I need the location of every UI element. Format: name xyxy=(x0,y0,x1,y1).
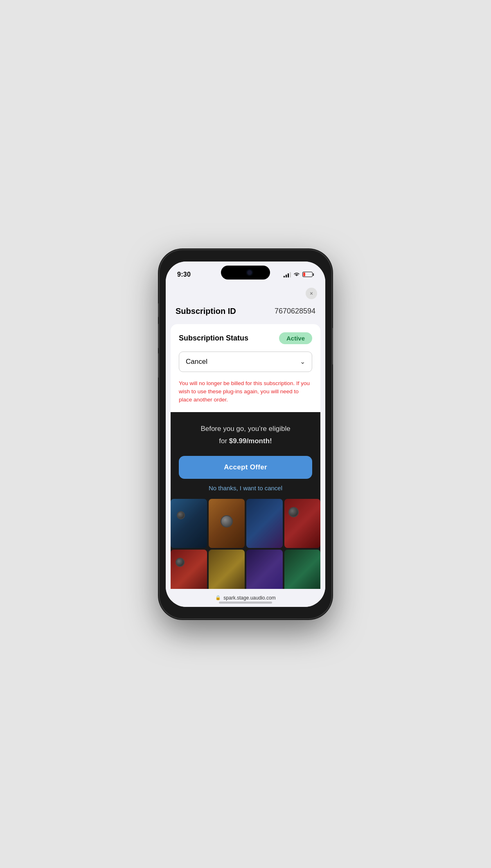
subscription-id-row: Subscription ID 7670628594 xyxy=(166,302,325,324)
lock-icon: 🔒 xyxy=(215,595,221,600)
signal-bar-1 xyxy=(284,276,285,277)
plugin-grid xyxy=(171,499,320,588)
close-button[interactable]: × xyxy=(306,288,317,299)
action-dropdown[interactable]: Cancel ⌄ xyxy=(179,352,312,372)
dynamic-island xyxy=(221,266,270,280)
volume-down-button xyxy=(158,353,160,378)
content-area[interactable]: × Subscription ID 7670628594 Subscriptio… xyxy=(166,283,325,589)
plugin-card-5 xyxy=(171,550,207,588)
plugin-knob-4 xyxy=(288,507,299,517)
plugin-knob-1 xyxy=(177,511,185,519)
plugin-card-1 xyxy=(171,499,207,548)
plugin-card-8 xyxy=(284,550,321,588)
promo-price-strong: $9.99/month! xyxy=(229,437,272,445)
plugin-card-2 xyxy=(209,499,245,548)
home-indicator xyxy=(219,602,272,604)
subscription-status-label: Subscription Status xyxy=(179,334,248,343)
signal-bar-2 xyxy=(286,275,287,277)
volume-up-button xyxy=(158,324,160,348)
chevron-down-icon: ⌄ xyxy=(300,358,305,365)
battery-icon xyxy=(302,272,314,277)
url-text: spark.stage.uaudio.com xyxy=(223,595,275,601)
plugin-knob-5 xyxy=(176,558,185,567)
mute-button xyxy=(158,303,160,317)
battery-tip xyxy=(313,273,314,276)
camera-dot xyxy=(248,271,252,275)
bottom-bar: 🔒 spark.stage.uaudio.com xyxy=(166,589,325,607)
close-row: × xyxy=(166,283,325,302)
no-thanks-button[interactable]: No thanks, I want to cancel xyxy=(179,479,312,499)
close-icon: × xyxy=(310,290,313,297)
plugin-card-7 xyxy=(246,550,283,588)
status-bar: 9:30 xyxy=(166,262,325,283)
promo-card: Before you go, you’re eligible for $9.99… xyxy=(171,412,320,588)
active-status-badge: Active xyxy=(279,332,312,344)
signal-bar-3 xyxy=(288,273,289,277)
wifi-icon xyxy=(293,272,300,277)
status-icons xyxy=(284,272,314,277)
promo-pre-text: Before you go, you’re eligible xyxy=(179,424,312,434)
white-card: Subscription Status Active Cancel ⌄ You … xyxy=(171,324,320,589)
plugin-knob-6 xyxy=(209,550,210,551)
plugin-knob-2 xyxy=(221,515,233,528)
subscription-id-label: Subscription ID xyxy=(176,307,236,316)
plugin-card-6 xyxy=(209,550,245,588)
subscription-id-value: 7670628594 xyxy=(275,307,315,316)
warning-text: You will no longer be billed for this su… xyxy=(179,378,312,413)
battery-fill xyxy=(303,273,305,276)
subscription-status-row: Subscription Status Active xyxy=(179,332,312,344)
phone-frame: 9:30 xyxy=(160,250,331,618)
battery-body xyxy=(302,272,313,277)
status-time: 9:30 xyxy=(177,271,191,278)
signal-bar-4 xyxy=(290,272,291,277)
plugin-card-4 xyxy=(284,499,321,548)
dropdown-label: Cancel xyxy=(186,358,207,366)
plugin-card-3 xyxy=(246,499,283,548)
signal-icon xyxy=(284,272,291,277)
accept-offer-button[interactable]: Accept Offer xyxy=(179,456,312,479)
power-button xyxy=(331,328,333,365)
phone-screen: 9:30 xyxy=(166,262,325,607)
promo-price-text: for $9.99/month! xyxy=(179,436,312,446)
